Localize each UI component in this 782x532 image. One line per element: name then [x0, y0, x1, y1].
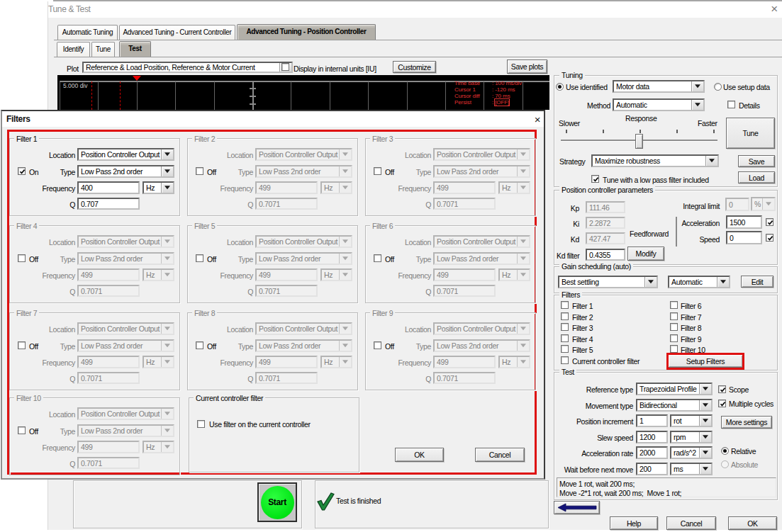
dialog-cancel-button[interactable]: Cancel — [475, 448, 525, 462]
chevron-down-icon[interactable] — [691, 81, 703, 91]
chevron-down-icon[interactable] — [705, 156, 717, 166]
location-combo: Position Controller Output — [77, 322, 174, 335]
filter-panel-checkbox[interactable] — [561, 301, 569, 309]
dialog-ok-button[interactable]: OK — [395, 448, 444, 462]
acceleration-input[interactable]: 1500 — [726, 215, 762, 229]
identified-data-combo[interactable]: Motor data — [613, 80, 705, 93]
filters-dialog-close-icon[interactable]: × — [532, 114, 543, 125]
test-row-input[interactable]: 1200 — [636, 431, 668, 443]
use-filter-current-controller-checkbox[interactable] — [197, 420, 205, 428]
more-settings-button[interactable]: More settings — [721, 416, 772, 429]
multiple-cycles-label: Multiple cycles — [729, 400, 773, 408]
chevron-down-icon[interactable] — [161, 183, 173, 193]
combo-value: Low Pass 2nd order — [437, 254, 516, 263]
window-close-icon[interactable]: × — [769, 4, 780, 15]
chevron-down-icon[interactable] — [161, 149, 173, 159]
save-button[interactable]: Save — [738, 155, 775, 167]
help-button[interactable]: Help — [610, 516, 658, 530]
tune-button[interactable]: Tune — [726, 118, 775, 149]
filter-panel-checkbox[interactable] — [561, 334, 569, 342]
plot-signal-combo[interactable]: Reference & Load Position, Reference & M… — [82, 62, 293, 73]
speed-input[interactable]: 0 — [726, 231, 762, 244]
filter-panel-checkbox[interactable] — [670, 301, 678, 309]
test-row-input[interactable]: 1 — [636, 414, 668, 427]
test-row-unit-combo[interactable]: rad/s^2 — [670, 446, 713, 459]
load-button[interactable]: Load — [738, 171, 775, 183]
input-value: 1200 — [639, 433, 655, 441]
absolute-radio[interactable] — [721, 460, 729, 468]
type-combo[interactable]: Low Pass 2nd order — [77, 165, 174, 178]
start-button[interactable]: Start — [257, 482, 297, 522]
filter-panel-checkbox[interactable] — [670, 312, 678, 320]
chevron-down-icon[interactable] — [161, 166, 173, 176]
chevron-down-icon[interactable] — [717, 277, 729, 287]
tab-identify[interactable]: Identify — [57, 42, 90, 57]
tab-automatic-tuning[interactable]: Automatic Tuning — [57, 25, 118, 40]
speed-checkbox[interactable] — [766, 234, 773, 242]
chevron-down-icon[interactable] — [691, 100, 703, 110]
iu-checkbox[interactable] — [281, 63, 289, 71]
plot-cursor-1[interactable] — [91, 81, 92, 110]
test-row-unit-combo[interactable]: rpm — [670, 431, 713, 443]
use-identified-radio[interactable] — [556, 83, 564, 91]
test-row-combo[interactable]: Trapezoidal Profile — [636, 383, 713, 395]
acceleration-checkbox[interactable] — [766, 218, 773, 226]
scope-plot[interactable]: 5.000 div Time base: 100 ms/divCursor 1:… — [57, 75, 549, 110]
tab-advanced-tuning-current[interactable]: Advanced Tuning - Current Controller — [119, 25, 235, 40]
method-combo[interactable]: Automatic — [613, 98, 705, 111]
chevron-down-icon[interactable] — [699, 384, 711, 394]
slower-label: Slower — [559, 119, 580, 128]
persist-off-badge: [OFF] — [495, 99, 509, 106]
chevron-down-icon[interactable] — [699, 400, 711, 410]
test-row-input[interactable]: 2000 — [636, 446, 668, 459]
tab-test[interactable]: Test — [119, 41, 151, 57]
test-row-input[interactable]: 200 — [636, 463, 668, 475]
multiple-cycles-checkbox[interactable] — [718, 400, 726, 407]
filter-panel-checkbox[interactable] — [561, 312, 569, 320]
frequency-unit-combo[interactable]: Hz — [143, 181, 174, 194]
gain-auto-combo[interactable]: Automatic — [668, 276, 730, 288]
frequency-input[interactable]: 400 — [77, 181, 140, 194]
test-row-combo[interactable]: Bidirectional — [636, 399, 713, 412]
test-row-unit-combo[interactable]: ms — [670, 463, 713, 475]
chevron-down-icon[interactable] — [644, 277, 657, 287]
filter-panel-checkbox[interactable] — [561, 356, 569, 364]
gain-mode-combo[interactable]: Best settling — [558, 276, 658, 288]
strategy-combo[interactable]: Maximize robustness — [591, 154, 719, 167]
use-setup-data-radio[interactable] — [714, 83, 722, 91]
tab-advanced-tuning-position[interactable]: Advanced Tuning - Position Controller — [237, 24, 376, 40]
filter-panel-checkbox[interactable] — [670, 323, 678, 331]
chevron-down-icon[interactable] — [699, 448, 711, 458]
frequency-label: Frequency — [10, 443, 75, 452]
chevron-down-icon[interactable] — [699, 416, 711, 426]
kd-filter-input[interactable]: 0.4355 — [586, 249, 625, 261]
plot-cursor-2[interactable] — [120, 81, 121, 110]
q-input: 0.7071 — [255, 198, 318, 210]
filter-panel-checkbox[interactable] — [561, 345, 569, 353]
chevron-down-icon[interactable] — [699, 464, 711, 474]
plot-gridline — [445, 81, 446, 110]
test-row-unit-combo[interactable]: rot — [670, 414, 713, 427]
response-slider-thumb[interactable] — [635, 134, 643, 149]
tab-tune[interactable]: Tune — [91, 42, 115, 57]
q-input[interactable]: 0.707 — [77, 198, 140, 210]
back-button[interactable] — [554, 501, 600, 514]
filter-panel-checkbox[interactable] — [670, 345, 678, 353]
ok-button[interactable]: OK — [728, 516, 777, 530]
edit-button[interactable]: Edit — [741, 276, 773, 288]
chevron-down-icon — [161, 409, 173, 419]
lowpass-checkbox[interactable] — [591, 175, 599, 183]
scope-checkbox[interactable] — [718, 385, 726, 393]
details-checkbox[interactable] — [727, 101, 735, 108]
filter-panel-checkbox[interactable] — [670, 334, 678, 342]
customize-button[interactable]: Customize — [393, 61, 436, 73]
save-plots-button[interactable]: Save plots — [507, 60, 547, 74]
location-combo[interactable]: Position Controller Output — [77, 148, 174, 161]
modify-button[interactable]: Modify — [627, 247, 664, 261]
cancel-button[interactable]: Cancel — [666, 516, 716, 530]
plot-cursor-marker-icon[interactable] — [133, 76, 141, 81]
input-value: 499 — [437, 183, 448, 192]
relative-radio[interactable] — [721, 447, 729, 455]
chevron-down-icon[interactable] — [699, 432, 711, 442]
filter-panel-checkbox[interactable] — [561, 323, 569, 331]
